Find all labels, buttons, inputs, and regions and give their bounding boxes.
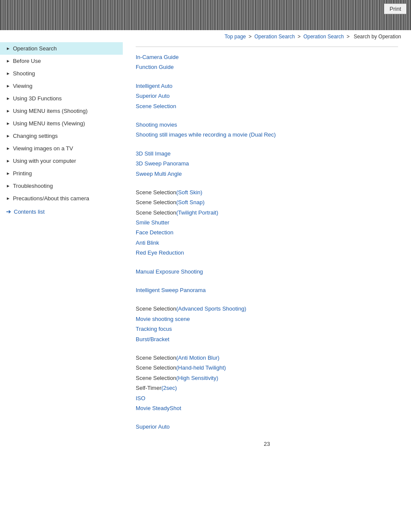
breadcrumb-operation-search-1[interactable]: Operation Search [254,34,295,40]
arrow-icon: ► [6,96,10,101]
link-iso[interactable]: ISO [136,393,398,403]
text-scene-soft-snap: Scene Selection(Soft Snap) [136,197,398,207]
sidebar-item-label: Using MENU items (Shooting) [13,108,87,114]
link-sweep-multi-angle[interactable]: Sweep Multi Angle [136,169,398,179]
link-burst-bracket[interactable]: Burst/Bracket [136,334,398,344]
sidebar-item-label: Changing settings [13,133,58,139]
section-scene-face: Scene Selection(Soft Skin) Scene Selecti… [136,187,398,258]
print-button[interactable]: Print [384,3,407,14]
sidebar-item-using-menu-shooting[interactable]: ► Using MENU items (Shooting) [0,105,123,117]
arrow-icon: ► [6,59,10,63]
sidebar-item-before-use[interactable]: ► Before Use [0,55,123,67]
arrow-icon: ► [6,71,10,76]
link-anti-motion-blur[interactable]: (Anti Motion Blur) [176,355,219,361]
link-scene-selection[interactable]: Scene Selection [136,101,398,111]
text-self-timer-2sec: Self-Timer(2sec) [136,383,398,393]
main-content: In-Camera Guide Function Guide Intellige… [123,42,411,460]
breadcrumb-operation-search-2[interactable]: Operation Search [303,34,344,40]
arrow-icon: ► [6,84,10,88]
link-anti-blink[interactable]: Anti Blink [136,238,398,248]
text-scene-high-sensitivity: Scene Selection(High Sensitivity) [136,373,398,383]
link-3d-sweep-panorama[interactable]: 3D Sweep Panorama [136,159,398,168]
section-sports: Scene Selection(Advanced Sports Shooting… [136,304,398,344]
arrow-icon: ► [6,109,10,113]
sidebar-item-label: Viewing [13,83,32,89]
text-scene-hand-held-twilight: Scene Selection(Hand-held Twilight) [136,363,398,373]
link-high-sensitivity[interactable]: (High Sensitivity) [176,375,218,381]
link-tracking-focus[interactable]: Tracking focus [136,324,398,334]
section-superior-auto-2: Superior Auto [136,422,398,432]
text-scene-soft-skin: Scene Selection(Soft Skin) [136,187,398,197]
contents-list-label: Contents list [14,208,45,215]
sidebar-item-label: Using MENU items (Viewing) [13,120,85,127]
header-bar: Print [0,0,411,30]
sidebar-item-viewing-images-tv[interactable]: ► Viewing images on a TV [0,142,123,155]
sidebar-item-printing[interactable]: ► Printing [0,167,123,180]
link-intelligent-sweep-panorama[interactable]: Intelligent Sweep Panorama [136,285,398,295]
sidebar-item-label: Operation Search [13,45,57,52]
contents-list-link[interactable]: ➔ Contents list [0,205,123,218]
sidebar-item-viewing[interactable]: ► Viewing [0,80,123,92]
arrow-right-icon: ➔ [6,208,11,215]
sidebar: ► Operation Search ► Before Use ► Shooti… [0,42,123,460]
link-hand-held-twilight[interactable]: (Hand-held Twilight) [176,364,226,371]
link-superior-auto-2[interactable]: Superior Auto [136,422,398,432]
section-auto-modes: Intelligent Auto Superior Auto Scene Sel… [136,81,398,111]
link-dual-rec[interactable]: Shooting still images while recording a … [136,130,398,140]
link-movie-steadyshot[interactable]: Movie SteadyShot [136,403,398,413]
arrow-icon: ► [6,146,10,151]
breadcrumb-top-page[interactable]: Top page [224,34,246,40]
arrow-icon: ► [6,159,10,163]
sidebar-item-label: Using with your computer [13,158,76,164]
link-intelligent-auto[interactable]: Intelligent Auto [136,81,398,91]
sidebar-item-operation-search[interactable]: ► Operation Search [0,42,123,55]
link-3d-still-image[interactable]: 3D Still Image [136,149,398,159]
section-manual-exposure: Manual Exposure Shooting [136,267,398,277]
sidebar-item-label: Troubleshooting [13,183,53,189]
section-anti-motion: Scene Selection(Anti Motion Blur) Scene … [136,353,398,413]
sidebar-item-shooting[interactable]: ► Shooting [0,67,123,80]
arrow-icon: ► [6,171,10,176]
text-scene-anti-motion-blur: Scene Selection(Anti Motion Blur) [136,353,398,363]
text-scene-twilight-portrait: Scene Selection(Twilight Portrait) [136,208,398,218]
section-guides: In-Camera Guide Function Guide [136,52,398,72]
link-superior-auto[interactable]: Superior Auto [136,91,398,101]
arrow-icon: ► [6,134,10,138]
sidebar-item-label: Printing [13,170,32,177]
section-movies: Shooting movies Shooting still images wh… [136,120,398,140]
link-smile-shutter[interactable]: Smile Shutter [136,218,398,227]
sidebar-item-precautions[interactable]: ► Precautions/About this camera [0,192,123,205]
sidebar-item-troubleshooting[interactable]: ► Troubleshooting [0,180,123,192]
link-soft-snap[interactable]: (Soft Snap) [176,199,205,205]
link-in-camera-guide[interactable]: In-Camera Guide [136,52,398,62]
arrow-icon: ► [6,121,10,126]
text-scene-advanced-sports: Scene Selection(Advanced Sports Shooting… [136,304,398,314]
sidebar-item-using-menu-viewing[interactable]: ► Using MENU items (Viewing) [0,117,123,130]
link-manual-exposure-shooting[interactable]: Manual Exposure Shooting [136,267,398,277]
link-soft-skin[interactable]: (Soft Skin) [176,189,202,196]
link-function-guide[interactable]: Function Guide [136,62,398,72]
sidebar-item-label: Precautions/About this camera [13,195,89,202]
link-movie-shooting-scene[interactable]: Movie shooting scene [136,314,398,324]
link-self-timer-2sec[interactable]: (2sec) [161,385,177,391]
sidebar-item-changing-settings[interactable]: ► Changing settings [0,130,123,142]
section-3d: 3D Still Image 3D Sweep Panorama Sweep M… [136,149,398,179]
link-shooting-movies[interactable]: Shooting movies [136,120,398,130]
arrow-icon: ► [6,196,10,201]
sidebar-item-using-3d-functions[interactable]: ► Using 3D Functions [0,92,123,105]
link-twilight-portrait[interactable]: (Twilight Portrait) [176,209,218,216]
sidebar-item-using-with-computer[interactable]: ► Using with your computer [0,155,123,167]
sidebar-item-label: Before Use [13,58,41,64]
page-number: 23 [136,441,398,447]
divider [136,47,398,47]
page-layout: ► Operation Search ► Before Use ► Shooti… [0,42,411,460]
link-red-eye-reduction[interactable]: Red Eye Reduction [136,248,398,258]
arrow-icon: ► [6,46,10,51]
link-advanced-sports-shooting[interactable]: (Advanced Sports Shooting) [176,305,246,312]
link-face-detection[interactable]: Face Detection [136,227,398,237]
sidebar-item-label: Using 3D Functions [13,95,62,102]
sidebar-item-label: Viewing images on a TV [13,145,73,152]
breadcrumb: Top page > Operation Search > Operation … [0,30,411,42]
sidebar-item-label: Shooting [13,70,35,77]
breadcrumb-search-by-operation: Search by Operation [354,34,401,40]
